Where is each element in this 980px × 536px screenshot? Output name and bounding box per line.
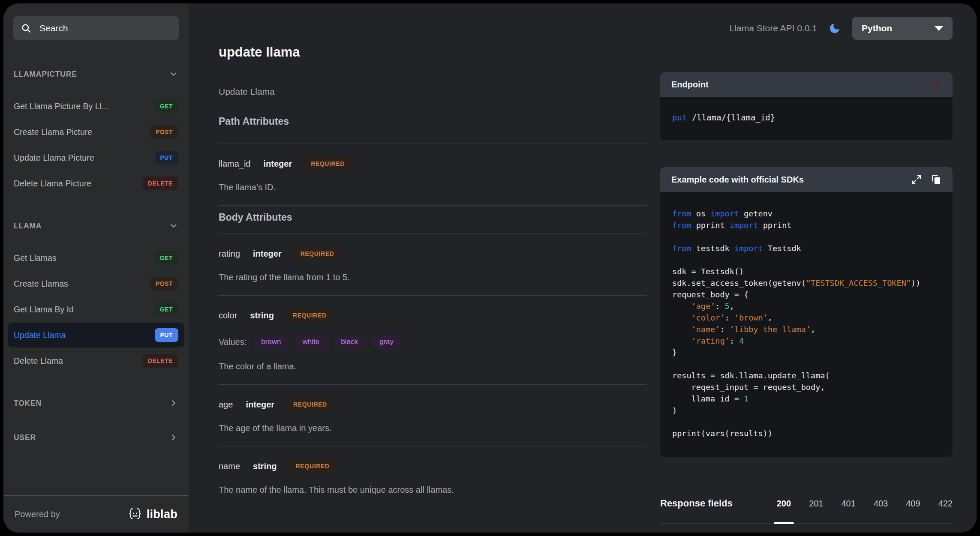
- attribute-description: The llama’s ID.: [219, 183, 646, 192]
- section-label: TOKEN: [14, 399, 42, 408]
- code-line: ‘name’: ‘libby the llama’,: [672, 323, 941, 335]
- attribute-type: string: [250, 311, 274, 320]
- attribute-description: The age of the llama in years.: [219, 423, 646, 433]
- required-badge: REQUIRED: [295, 247, 340, 261]
- code-line: ‘color’: ‘brown’,: [672, 312, 941, 323]
- code-line: put /llama/{llama_id}: [672, 113, 941, 124]
- attribute-description: The name of the llama. This must be uniq…: [219, 485, 646, 495]
- liblab-brand-text: liblab: [147, 508, 177, 521]
- attribute-name: color: [219, 311, 237, 320]
- response-tab-401[interactable]: 401: [842, 499, 856, 509]
- method-badge: PUT: [155, 328, 179, 342]
- search-box[interactable]: [13, 16, 179, 40]
- method-badge: DELETE: [142, 177, 178, 190]
- active-tab-indicator: [774, 522, 794, 524]
- code-line: from testsdk import Testsdk: [672, 243, 941, 254]
- sidebar-item-create-llama-picture[interactable]: Create Llama PicturePOST: [8, 120, 184, 144]
- copy-icon[interactable]: [930, 79, 941, 90]
- page-title: update llama: [219, 45, 646, 60]
- required-badge: REQUIRED: [305, 157, 351, 171]
- required-badge: REQUIRED: [290, 459, 336, 473]
- attribute-row: ageintegerREQUIRED: [219, 398, 646, 411]
- sidebar-item-label: Get Llamas: [14, 253, 57, 263]
- code-block: from os import getenvfrom pprint import …: [660, 192, 953, 457]
- response-tab-200[interactable]: 200: [777, 499, 791, 509]
- code-line: from os import getenv: [672, 208, 941, 219]
- attribute-row: llama_idintegerREQUIRED: [219, 157, 646, 171]
- copy-icon[interactable]: [930, 174, 941, 185]
- expand-icon[interactable]: [911, 174, 922, 185]
- sidebar-item-get-llamas[interactable]: Get LlamasGET: [8, 246, 184, 270]
- endpoint-subtitle: Update Llama: [219, 87, 646, 97]
- value-chip: white: [296, 334, 327, 350]
- value-chip: brown: [254, 334, 288, 350]
- sidebar-item-label: Update Llama Picture: [14, 153, 94, 163]
- sidebar-item-create-llamas[interactable]: Create LlamasPOST: [8, 271, 184, 296]
- sidebar-item-label: Create Llamas: [14, 279, 68, 289]
- endpoint-card-title: Endpoint: [671, 80, 709, 90]
- language-selected-label: Python: [862, 23, 892, 33]
- divider: [219, 234, 646, 234]
- moon-icon: [828, 22, 841, 35]
- section-header-llamapicture[interactable]: LLAMAPICTURE: [8, 68, 184, 80]
- attribute-name: age: [219, 400, 233, 410]
- code-line: ): [672, 404, 941, 416]
- chevron-down-icon: [169, 221, 178, 231]
- code-line: request_body = {: [672, 289, 941, 300]
- sidebar-item-get-llama-by-id[interactable]: Get Llama By IdGET: [8, 297, 184, 322]
- response-fields-title: Response fields: [660, 498, 733, 509]
- example-card-header: Example code with official SDKs: [660, 167, 953, 192]
- liblab-logo[interactable]: liblab: [127, 507, 177, 521]
- chevron-right-icon: [169, 398, 178, 408]
- divider: [219, 295, 646, 296]
- sidebar-item-delete-llama-picture[interactable]: Delete Llama PictureDELETE: [8, 171, 184, 196]
- sidebar-nav: LLAMAPICTUREGet Llama Picture By Ll...GE…: [8, 68, 184, 443]
- attribute-type: string: [253, 461, 277, 471]
- example-code-card: Example code with official SDKs: [660, 167, 953, 457]
- divider: [219, 508, 646, 508]
- theme-toggle[interactable]: [828, 22, 841, 35]
- code-line: ‘age’: 5,: [672, 300, 941, 312]
- divider: [219, 384, 646, 385]
- code-line: }: [672, 347, 941, 358]
- example-card-title: Example code with official SDKs: [671, 175, 804, 185]
- sidebar-item-delete-llama[interactable]: Delete LlamaDELETE: [8, 348, 184, 373]
- response-tab-422[interactable]: 422: [938, 499, 953, 509]
- nav-section: USER: [8, 431, 184, 443]
- llama-face-icon: [127, 507, 143, 521]
- code-line: sdk = Testsdk(): [672, 266, 941, 277]
- attribute-description: The color of a llama.: [219, 362, 646, 371]
- sidebar-item-get-llama-picture-by-ll-[interactable]: Get Llama Picture By Ll...GET: [8, 94, 184, 119]
- section-header-user[interactable]: USER: [8, 431, 184, 443]
- section-header-llama[interactable]: LLAMA: [8, 220, 184, 232]
- value-chip: gray: [373, 334, 400, 350]
- sidebar-item-label: Update Llama: [14, 330, 66, 340]
- method-badge: POST: [150, 277, 178, 290]
- attribute-type: integer: [263, 159, 292, 169]
- response-tab-201[interactable]: 201: [809, 499, 823, 509]
- section-items: Get LlamasGETCreate LlamasPOSTGet Llama …: [8, 246, 184, 374]
- language-selector[interactable]: Python: [852, 17, 953, 40]
- content-area: update llama Update Llama Path Attribute…: [189, 3, 977, 533]
- divider: [219, 144, 646, 144]
- endpoint-card: Endpoint put /llama/{llama_id}: [660, 72, 953, 140]
- method-badge: PUT: [155, 151, 179, 165]
- endpoint-card-header: Endpoint: [660, 72, 953, 97]
- nav-section: TOKEN: [8, 397, 184, 409]
- right-column: Llama Store API 0.0.1 Python Endpoint: [660, 3, 953, 524]
- response-tab-403[interactable]: 403: [874, 499, 888, 509]
- method-badge: DELETE: [142, 354, 178, 368]
- attribute-name: name: [219, 461, 240, 471]
- sidebar-item-label: Get Llama Picture By Ll...: [14, 102, 108, 111]
- section-header-token[interactable]: TOKEN: [8, 397, 184, 409]
- attribute-type: integer: [246, 400, 274, 410]
- sidebar-item-update-llama-picture[interactable]: Update Llama PicturePUT: [8, 145, 184, 170]
- search-input[interactable]: [39, 23, 171, 34]
- response-tab-409[interactable]: 409: [906, 499, 920, 509]
- chevron-right-icon: [169, 433, 178, 442]
- method-badge: GET: [154, 99, 178, 113]
- sidebar-item-update-llama[interactable]: Update LlamaPUT: [8, 323, 184, 347]
- section-heading: Path Attributes: [219, 116, 646, 127]
- code-line: pprint(vars(results)): [672, 428, 941, 439]
- chevron-down-icon: [935, 26, 943, 31]
